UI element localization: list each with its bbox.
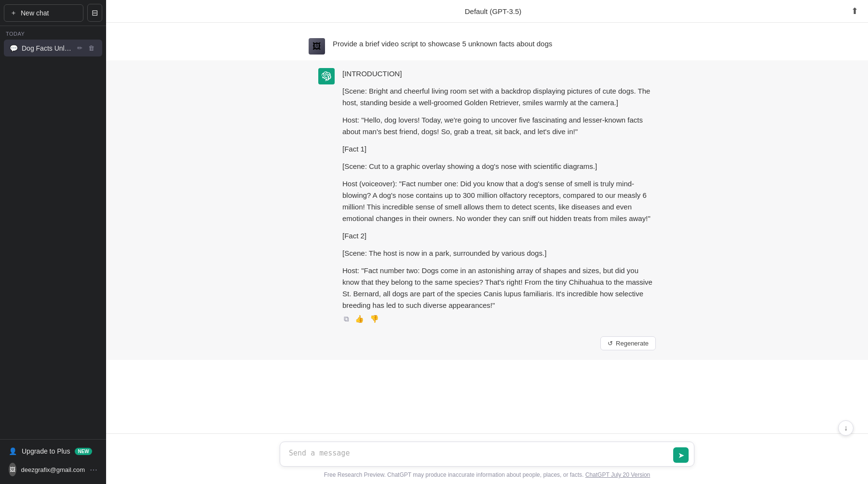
send-icon: ➤ <box>678 451 684 460</box>
sidebar-bottom: 👤 Upgrade to Plus NEW 🖼 deezgrafix@gmail… <box>0 439 106 484</box>
assistant-paragraph: Host: "Hello, dog lovers! Today, we're g… <box>342 114 656 138</box>
toggle-icon: ⊟ <box>92 8 98 17</box>
share-button[interactable]: ⬆ <box>851 6 858 16</box>
assistant-paragraph: [Scene: Bright and cheerful living room … <box>342 85 656 109</box>
messages-container[interactable]: 🖼 Provide a brief video script to showca… <box>106 23 868 433</box>
user-avatar: 🖼 <box>309 38 325 55</box>
edit-chat-button[interactable]: ✏ <box>75 43 84 53</box>
thumbs-up-button[interactable]: 👍 <box>353 313 366 325</box>
message-actions: ⧉ 👍 👎 <box>342 311 656 325</box>
chat-icon: 💬 <box>10 44 18 52</box>
scroll-down-icon: ↓ <box>844 424 848 432</box>
regenerate-section: ↺ Regenerate <box>106 332 868 360</box>
sidebar-top: ＋ New chat ⊟ <box>0 0 106 26</box>
user-message-row: 🖼 Provide a brief video script to showca… <box>270 32 704 60</box>
assistant-message-body: [INTRODUCTION][Scene: Bright and cheerfu… <box>342 68 656 325</box>
footer-text-span: Free Research Preview. ChatGPT may produ… <box>324 471 585 478</box>
main-panel: Default (GPT-3.5) ⬆ 🖼 Provide a brief vi… <box>106 0 868 484</box>
scroll-down-button[interactable]: ↓ <box>838 420 854 436</box>
regenerate-button[interactable]: ↺ Regenerate <box>600 336 656 350</box>
new-chat-button[interactable]: ＋ New chat <box>4 4 83 22</box>
input-wrapper: ➤ <box>280 442 694 469</box>
thumbs-down-button[interactable]: 👎 <box>368 313 380 325</box>
more-button[interactable]: ⋯ <box>90 465 97 474</box>
gpt-avatar <box>318 68 335 84</box>
footer-text: Free Research Preview. ChatGPT may produ… <box>116 469 858 480</box>
plus-icon: ＋ <box>10 9 17 17</box>
regenerate-label: Regenerate <box>616 340 649 347</box>
assistant-paragraph: [Fact 2] <box>342 230 656 242</box>
chat-item-label: Dog Facts Unleashed <box>22 44 71 52</box>
chat-item[interactable]: 💬 Dog Facts Unleashed ✏ 🗑 <box>4 40 102 56</box>
send-button[interactable]: ➤ <box>673 447 689 463</box>
message-input[interactable] <box>280 442 694 467</box>
assistant-message-inner: [INTRODUCTION][Scene: Bright and cheerfu… <box>280 68 694 325</box>
user-message-text: Provide a brief video script to showcase… <box>333 38 665 50</box>
sidebar-toggle-button[interactable]: ⊟ <box>87 4 102 22</box>
footer-link[interactable]: ChatGPT July 20 Version <box>585 471 651 478</box>
model-label: Default (GPT-3.5) <box>465 7 522 15</box>
assistant-paragraph: [Fact 1] <box>342 143 656 155</box>
chat-item-actions: ✏ 🗑 <box>75 43 96 53</box>
upgrade-label: Upgrade to Plus <box>22 447 70 455</box>
assistant-paragraph: [INTRODUCTION] <box>342 68 656 80</box>
user-email: deezgrafix@gmail.com <box>21 466 85 473</box>
avatar-img-icon: 🖼 <box>10 466 15 473</box>
assistant-message-row: [INTRODUCTION][Scene: Bright and cheerfu… <box>106 60 868 332</box>
upgrade-badge: NEW <box>75 448 92 455</box>
delete-chat-button[interactable]: 🗑 <box>86 43 96 53</box>
user-avatar-icon: 🖼 <box>312 41 321 52</box>
openai-logo-icon <box>322 71 331 81</box>
user-profile-item[interactable]: 🖼 deezgrafix@gmail.com ⋯ <box>4 459 102 480</box>
regenerate-bar: ↺ Regenerate <box>280 332 694 354</box>
assistant-paragraph: Host (voiceover): "Fact number one: Did … <box>342 178 656 224</box>
assistant-message-content: [INTRODUCTION][Scene: Bright and cheerfu… <box>342 68 656 311</box>
assistant-paragraph: Host: "Fact number two: Dogs come in an … <box>342 265 656 311</box>
section-label: Today <box>0 26 106 39</box>
new-chat-label: New chat <box>21 9 49 17</box>
regenerate-icon: ↺ <box>608 340 613 347</box>
copy-button[interactable]: ⧉ <box>342 313 351 325</box>
chat-header: Default (GPT-3.5) ⬆ <box>106 0 868 23</box>
assistant-paragraph: [Scene: Cut to a graphic overlay showing… <box>342 161 656 172</box>
assistant-paragraph: [Scene: The host is now in a park, surro… <box>342 248 656 259</box>
user-icon: 👤 <box>9 447 17 455</box>
sidebar: ＋ New chat ⊟ Today 💬 Dog Facts Unleashed… <box>0 0 106 484</box>
share-icon: ⬆ <box>851 6 858 16</box>
input-area: ➤ Free Research Preview. ChatGPT may pro… <box>106 433 868 484</box>
avatar: 🖼 <box>9 463 16 476</box>
upgrade-item[interactable]: 👤 Upgrade to Plus NEW <box>4 443 102 459</box>
user-message-content: Provide a brief video script to showcase… <box>333 38 665 50</box>
sidebar-section-today: Today 💬 Dog Facts Unleashed ✏ 🗑 <box>0 26 106 57</box>
